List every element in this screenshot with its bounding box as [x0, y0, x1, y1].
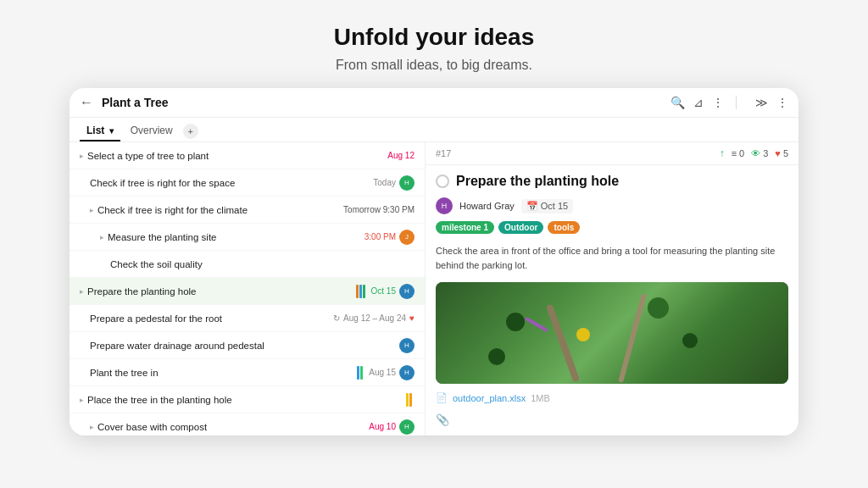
bullet-count: 0: [739, 148, 744, 158]
task-meta: [406, 393, 415, 407]
task-meta: Oct 15 H: [356, 284, 415, 299]
detail-nav: ↑ ≡ 0 👁 3 ♥ 5: [720, 147, 788, 159]
detail-meta-row: H Howard Gray 📅 Oct 15: [426, 194, 798, 218]
app-header: ← Plant a Tree 🔍 ⊿ ⋮ ≫ ⋮: [70, 88, 798, 118]
task-date: Oct 15: [371, 286, 396, 296]
task-row[interactable]: ▸ Place the tree in the planting hole: [70, 386, 425, 413]
task-label: Prepare a pedestal for the root: [90, 313, 333, 324]
task-label: Prepare water drainage around pedestal: [90, 341, 399, 351]
task-label: Measure the planting site: [108, 232, 364, 242]
priority-bar: [357, 366, 359, 380]
search-icon[interactable]: 🔍: [670, 96, 685, 109]
priority-bar: [409, 393, 412, 407]
task-label: Check the soil quality: [110, 259, 415, 269]
tag-outdoor[interactable]: Outdoor: [498, 221, 543, 234]
heart-count: 5: [783, 148, 788, 158]
detail-description: Check the area in front of the office an…: [426, 237, 798, 279]
task-row[interactable]: Prepare water drainage around pedestal H: [70, 332, 425, 359]
tree-2: [682, 333, 698, 348]
paperclip-icon[interactable]: 📎: [426, 408, 798, 431]
assignee-name: Howard Gray: [459, 201, 515, 211]
task-label: Prepare the planting hole: [87, 286, 356, 297]
heart-icon: ♥: [775, 148, 781, 158]
filter-icon[interactable]: ⊿: [693, 96, 704, 109]
aerial-bg: [436, 282, 788, 384]
task-label: Place the tree in the planting hole: [87, 395, 406, 405]
task-date: Today: [373, 178, 396, 187]
yellow-spot: [576, 328, 590, 341]
back-button[interactable]: ←: [80, 95, 93, 110]
arrow-icon: ▸: [80, 396, 84, 404]
task-row[interactable]: Plant the tree in Aug 15 H: [70, 359, 425, 386]
detail-more-icon[interactable]: ⋮: [776, 96, 788, 109]
tab-dropdown-icon: ▾: [109, 126, 114, 136]
task-row[interactable]: ▸ Cover base with compost Aug 10 H: [70, 413, 425, 435]
task-meta: Tomorrow 9:30 PM: [343, 205, 415, 214]
priority-bar: [363, 285, 365, 298]
road-2: [618, 293, 647, 383]
arrow-icon: ▸: [80, 152, 84, 160]
sync-icon: ↻: [333, 313, 340, 323]
tag-milestone[interactable]: milestone 1: [436, 221, 494, 234]
task-row[interactable]: ▸ Prepare the planting hole Oct 15 H: [70, 278, 425, 305]
arrow-icon: ▸: [80, 287, 84, 296]
task-date: Aug 10: [369, 422, 396, 431]
task-row[interactable]: ▸ Measure the planting site 3:00 PM J: [70, 224, 425, 251]
task-meta: Aug 10 H: [369, 419, 415, 435]
arrow-icon: ▸: [100, 233, 104, 241]
expand-icon[interactable]: ≫: [755, 96, 768, 109]
tab-add-button[interactable]: +: [183, 124, 198, 139]
hero-section: Unfold your ideas From small ideas, to b…: [334, 0, 534, 88]
avatar: H: [399, 284, 415, 299]
tag-tools[interactable]: tools: [548, 221, 580, 234]
task-meta: Today H: [373, 175, 415, 191]
tab-overview[interactable]: Overview: [124, 121, 180, 141]
due-date-value: Oct 15: [541, 201, 568, 211]
task-complete-toggle[interactable]: [436, 175, 449, 188]
detail-task-title: Prepare the planting hole: [456, 174, 619, 189]
task-date: 3:00 PM: [364, 232, 396, 241]
task-row[interactable]: ▸ Check if tree is right for the climate…: [70, 197, 425, 224]
detail-panel: #17 ↑ ≡ 0 👁 3 ♥ 5: [426, 142, 798, 435]
header-icons: 🔍 ⊿ ⋮ ≫ ⋮: [670, 96, 788, 109]
task-row[interactable]: Check the soil quality: [70, 251, 425, 278]
task-row[interactable]: ▸ Select a type of tree to plant Aug 12: [70, 142, 425, 169]
tab-list[interactable]: List ▾: [80, 121, 120, 141]
task-date: Aug 12 – Aug 24: [343, 313, 406, 323]
tree-3: [648, 297, 669, 319]
more-icon[interactable]: ⋮: [712, 96, 724, 109]
bullet-stat: ≡ 0: [732, 148, 745, 158]
task-row[interactable]: Check if tree is right for the space Tod…: [70, 169, 425, 197]
view-count: 3: [763, 148, 768, 158]
hero-title: Unfold your ideas: [334, 24, 534, 51]
priority-bar: [356, 285, 359, 298]
avatar: H: [399, 419, 415, 435]
file-attachment[interactable]: 📄 outdoor_plan.xlsx 1MB: [426, 387, 798, 408]
file-size: 1MB: [531, 393, 550, 403]
task-label: Check if tree is right for the space: [90, 178, 373, 188]
due-date[interactable]: 📅 Oct 15: [521, 199, 573, 214]
task-meta: 3:00 PM J: [364, 230, 415, 245]
task-meta: ↻ Aug 12 – Aug 24 ♥: [333, 313, 415, 323]
task-label: Select a type of tree to plant: [87, 151, 387, 161]
tab-bar: List ▾ Overview +: [70, 118, 798, 142]
main-content: ▸ Select a type of tree to plant Aug 12 …: [70, 142, 798, 435]
task-label: Check if tree is right for the climate: [97, 205, 343, 215]
task-label: Plant the tree in: [90, 368, 357, 378]
app-title: Plant a Tree: [102, 96, 670, 109]
task-date: Aug 15: [369, 368, 396, 377]
calendar-icon: 📅: [526, 201, 538, 212]
view-stat: 👁 3: [751, 148, 768, 158]
aerial-image: [436, 282, 788, 384]
heart-stat: ♥ 5: [775, 148, 788, 158]
detail-header: #17 ↑ ≡ 0 👁 3 ♥ 5: [426, 142, 798, 165]
task-row[interactable]: Prepare a pedestal for the root ↻ Aug 12…: [70, 305, 425, 332]
upvote-icon[interactable]: ↑: [720, 147, 725, 159]
task-id: #17: [436, 148, 451, 158]
arrow-icon: ▸: [90, 206, 94, 214]
priority-bar: [359, 285, 362, 298]
bullet-icon: ≡: [732, 148, 737, 158]
device-frame: ← Plant a Tree 🔍 ⊿ ⋮ ≫ ⋮ List ▾ Overview…: [70, 88, 798, 435]
heart-icon: ♥: [409, 313, 415, 323]
avatar: H: [399, 338, 415, 353]
